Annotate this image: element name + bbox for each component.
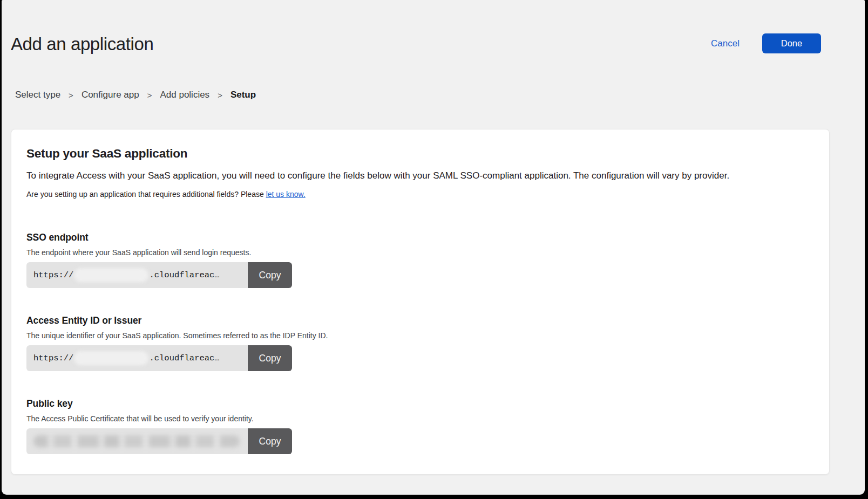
let-us-know-link[interactable]: let us know. [266,190,306,199]
field-label: SSO endpoint [26,232,814,243]
copy-public-key-button[interactable]: Copy [248,428,292,454]
field-label: Public key [26,398,814,409]
public-key-value [26,428,248,454]
card-note: Are you setting up an application that r… [26,190,814,199]
card-note-text: Are you setting up an application that r… [26,190,266,199]
public-key-value-row: Copy [26,428,292,454]
field-access-entity-id: Access Entity ID or Issuer The unique id… [26,315,814,371]
breadcrumb-select-type[interactable]: Select type [15,90,60,100]
field-sso-endpoint: SSO endpoint The endpoint where your Saa… [26,232,814,288]
field-label: Access Entity ID or Issuer [26,315,814,326]
breadcrumb: Select type > Configure app > Add polici… [15,90,256,100]
redacted-value [74,268,148,282]
chevron-separator-icon: > [69,91,73,100]
redacted-value [74,351,148,365]
card-intro-text: To integrate Access with your SaaS appli… [26,169,814,182]
header-actions: Cancel Done [711,33,821,53]
breadcrumb-configure-app[interactable]: Configure app [82,90,139,100]
value-suffix: .cloudflareac… [149,270,219,280]
entity-id-value-row: https://.cloudflareac… Copy [26,345,292,371]
setup-card: Setup your SaaS application To integrate… [11,129,830,475]
card-title: Setup your SaaS application [26,147,814,161]
field-description: The unique identifier of your SaaS appli… [26,331,814,340]
done-button[interactable]: Done [762,33,821,53]
breadcrumb-add-policies[interactable]: Add policies [160,90,209,100]
field-description: The Access Public Certificate that will … [26,414,814,423]
breadcrumb-setup-current: Setup [230,90,256,100]
copy-sso-endpoint-button[interactable]: Copy [248,262,292,288]
redacted-value [33,435,240,447]
entity-id-value: https://.cloudflareac… [26,345,248,371]
value-suffix: .cloudflareac… [149,353,219,363]
field-description: The endpoint where your SaaS application… [26,248,814,257]
sso-endpoint-value: https://.cloudflareac… [26,262,248,288]
sso-endpoint-value-row: https://.cloudflareac… Copy [26,262,292,288]
cancel-button[interactable]: Cancel [711,38,740,49]
app-window: Add an application Cancel Done Select ty… [2,0,865,495]
value-prefix: https:// [33,270,73,280]
chevron-separator-icon: > [147,91,152,100]
page-title: Add an application [11,34,153,54]
chevron-separator-icon: > [218,91,222,100]
value-prefix: https:// [33,353,73,363]
copy-entity-id-button[interactable]: Copy [248,345,292,371]
field-public-key: Public key The Access Public Certificate… [26,398,814,454]
